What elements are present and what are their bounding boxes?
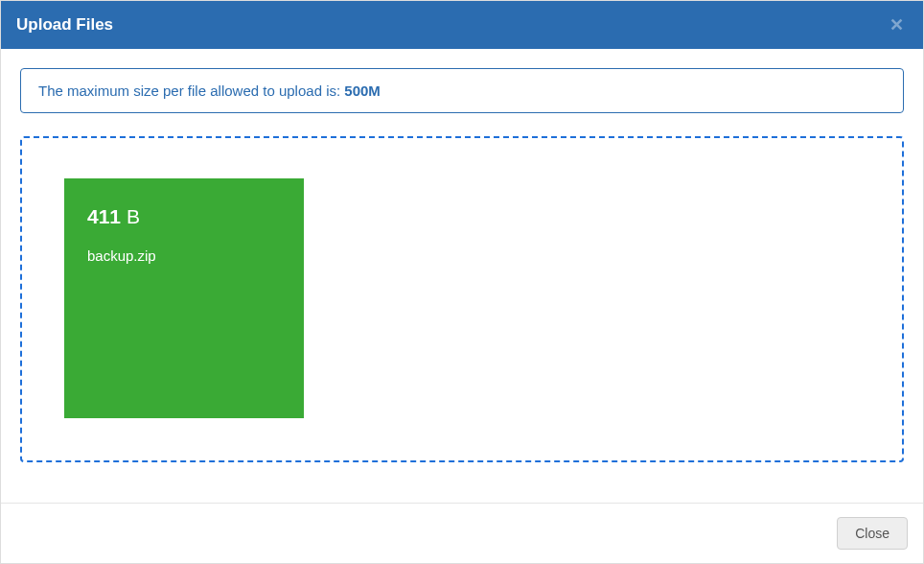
modal-footer: Close xyxy=(1,503,923,563)
close-button[interactable]: Close xyxy=(837,517,908,550)
file-tile[interactable]: 411 B backup.zip xyxy=(64,178,304,418)
file-size-unit: B xyxy=(127,205,140,227)
modal-body: The maximum size per file allowed to upl… xyxy=(1,49,923,503)
file-size: 411 B xyxy=(87,205,281,228)
max-size-banner: The maximum size per file allowed to upl… xyxy=(20,68,904,113)
banner-max-size: 500M xyxy=(344,82,381,99)
banner-text: The maximum size per file allowed to upl… xyxy=(38,82,344,99)
file-size-value: 411 xyxy=(87,205,121,227)
close-icon[interactable]: ✕ xyxy=(886,14,908,35)
modal-header: Upload Files ✕ xyxy=(1,1,923,49)
file-name: backup.zip xyxy=(87,247,281,264)
file-dropzone[interactable]: 411 B backup.zip xyxy=(20,136,904,462)
modal-title: Upload Files xyxy=(16,15,113,35)
upload-modal: Upload Files ✕ The maximum size per file… xyxy=(0,0,924,564)
